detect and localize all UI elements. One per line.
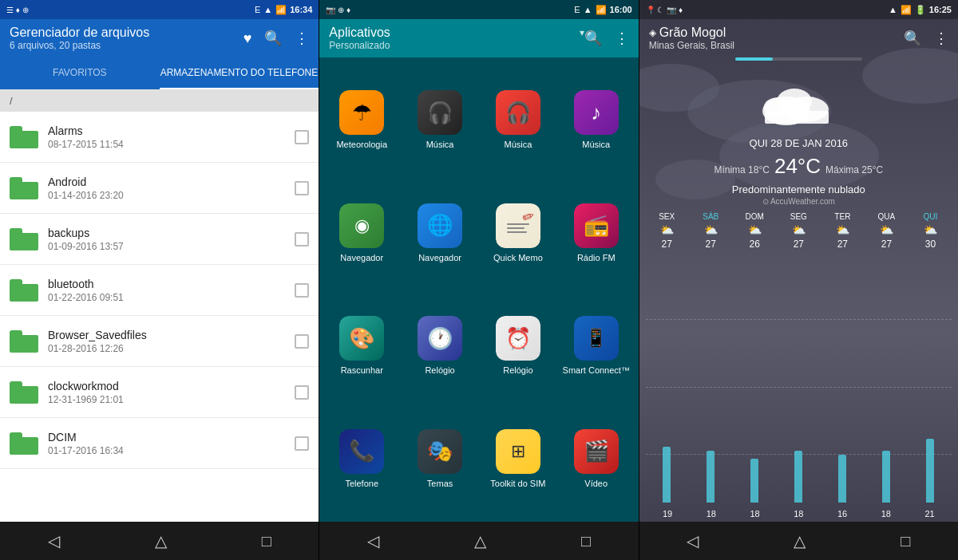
app-icon: 🎬: [574, 429, 619, 474]
app-item[interactable]: 🎬 Vídeo: [557, 403, 635, 516]
forecast-day: DOM ⛅ 26: [734, 212, 776, 250]
signal-indicator: [735, 57, 862, 61]
file-checkbox[interactable]: [295, 181, 309, 195]
recents-button-3[interactable]: □: [901, 532, 910, 550]
file-checkbox[interactable]: [295, 130, 309, 144]
file-date: 01-17-2016 16:34: [48, 445, 285, 456]
app-icon: ⏰: [496, 316, 540, 361]
app-item[interactable]: 🎭 Temas: [401, 403, 479, 516]
file-checkbox[interactable]: [295, 232, 309, 246]
back-button-1[interactable]: ◁: [48, 531, 60, 550]
home-button-1[interactable]: △: [155, 531, 167, 550]
app-item[interactable]: 📞 Telefone: [323, 403, 401, 516]
weather-source: ⊙ AccuWeather.com: [762, 197, 835, 206]
file-name: clockworkmod: [48, 380, 285, 392]
file-info: clockworkmod 12-31-1969 21:01: [48, 380, 285, 405]
home-button-3[interactable]: △: [794, 531, 806, 550]
chart-bar-group: [734, 253, 776, 503]
day-temp: 30: [925, 239, 936, 250]
app-item[interactable]: ◉ Navegador: [323, 177, 401, 290]
location-diamond-icon: ◈: [649, 27, 656, 38]
toolbar-icons: ♥ 🔍 ⋮: [243, 30, 310, 47]
chart-grid-line: [646, 319, 952, 320]
app-icon: ◉: [339, 203, 384, 248]
weather-temp-current: 24°C: [774, 154, 821, 179]
status-bar-2: 📷 ⊕ ♦ E ▲ 📶 16:00: [319, 0, 638, 19]
day-label: QUA: [878, 212, 896, 221]
app-item[interactable]: 📱 Smart Connect™: [557, 290, 635, 403]
app-item[interactable]: ♪ Música: [557, 64, 635, 177]
file-item[interactable]: Android 01-14-2016 23:20: [0, 163, 319, 214]
app-item[interactable]: ⊞ Toolkit do SIM: [479, 403, 557, 516]
notification-icons: ☰ ♦ ⊕: [6, 6, 29, 14]
search-icon[interactable]: 🔍: [264, 30, 282, 47]
more-options-icon-2[interactable]: ⋮: [615, 30, 629, 47]
bottom-nav-3: ◁ △ □: [639, 522, 958, 560]
file-item[interactable]: Browser_Savedfiles 01-28-2016 12:26: [0, 316, 319, 367]
chart-bar-group: [865, 253, 908, 503]
file-date: 01-09-2016 13:57: [48, 241, 285, 252]
recents-button-1[interactable]: □: [262, 532, 271, 550]
file-checkbox[interactable]: [295, 334, 309, 349]
app-label: Relógio: [503, 365, 532, 376]
weather-search-icon[interactable]: 🔍: [904, 30, 921, 47]
file-checkbox[interactable]: [295, 385, 309, 400]
file-info: Browser_Savedfiles 01-28-2016 12:26: [48, 329, 285, 354]
back-button-2[interactable]: ◁: [367, 531, 379, 550]
app-label: Toolkit do SIM: [490, 479, 545, 489]
signal-bars: ▲: [263, 5, 272, 14]
app-item[interactable]: ✏ Quick Memo: [479, 177, 557, 290]
app-item[interactable]: 🌐 Navegador: [401, 177, 479, 290]
day-label: DOM: [746, 212, 764, 221]
svg-rect-4: [765, 111, 829, 124]
app-label: Música: [582, 140, 610, 150]
weather-main: QUI 28 DE JAN 2016 Mínima 18°C 24°C Máxi…: [639, 61, 958, 209]
signal-e-2: E: [574, 5, 580, 14]
chart-bar: [750, 459, 758, 503]
weather-location: ◈ Grão Mogol Minas Gerais, Brasil: [649, 26, 904, 51]
back-button-3[interactable]: ◁: [687, 531, 699, 550]
chart-bottom-labels: 19181818161821: [646, 509, 952, 519]
app-item[interactable]: ☂ Meteorologia: [323, 64, 401, 177]
file-item[interactable]: backups 01-09-2016 13:57: [0, 214, 319, 265]
more-options-icon[interactable]: ⋮: [295, 30, 309, 47]
file-name: bluetooth: [48, 278, 285, 290]
app-item[interactable]: 📻 Rádio FM: [557, 177, 635, 290]
app-icon: ☂: [339, 90, 384, 135]
app-icon: ⊞: [496, 429, 540, 474]
file-checkbox[interactable]: [295, 436, 309, 451]
file-item[interactable]: clockworkmod 12-31-1969 21:01: [0, 367, 319, 418]
status-right-1: E ▲ 📶 16:34: [255, 5, 312, 15]
tab-storage[interactable]: ARMAZENAMENTO DO TELEFONE: [160, 57, 319, 89]
chart-bar-group: [690, 253, 732, 503]
app-item[interactable]: 🕐 Relógio: [401, 290, 479, 403]
app-item[interactable]: 🎧 Música: [401, 64, 479, 177]
favorites-icon[interactable]: ♥: [243, 30, 252, 47]
toolbar-icons-2: 🔍 ⋮: [584, 30, 629, 47]
home-button-2[interactable]: △: [474, 531, 486, 550]
signal-wifi-3: 📶: [901, 5, 912, 15]
notification-icons-2: 📷 ⊕ ♦: [326, 6, 350, 14]
file-item[interactable]: Alarms 08-17-2015 11:54: [0, 112, 319, 163]
forecast-day: TER ⛅ 27: [821, 212, 864, 250]
app-item[interactable]: ⏰ Relógio: [479, 290, 557, 403]
recents-button-2[interactable]: □: [581, 532, 591, 550]
app-label: Música: [504, 140, 532, 150]
chart-bar: [707, 451, 715, 503]
app-icon: 🌐: [418, 203, 462, 248]
file-item[interactable]: DCIM 01-17-2016 16:34: [0, 418, 319, 469]
forecast-days-row: SEX ⛅ 27 SÁB ⛅ 27 DOM ⛅ 26 SEG ⛅ 27 TER …: [646, 212, 952, 250]
file-checkbox[interactable]: [295, 283, 309, 298]
app-item[interactable]: 🎧 Música: [479, 64, 557, 177]
search-icon-2[interactable]: 🔍: [584, 30, 602, 47]
app-label: Rádio FM: [577, 253, 616, 263]
app-item[interactable]: 🎨 Rascunhar: [323, 290, 401, 403]
day-temp: 27: [794, 239, 804, 250]
chart-bar-group: [821, 253, 864, 503]
weather-more-icon[interactable]: ⋮: [934, 30, 948, 47]
app-label: Rascunhar: [341, 365, 383, 376]
status-left-1: ☰ ♦ ⊕: [6, 6, 29, 14]
chart-bottom-temp: 16: [821, 509, 865, 519]
file-item[interactable]: bluetooth 01-22-2016 09:51: [0, 265, 319, 316]
tab-favorites[interactable]: FAVORITOS: [0, 57, 160, 89]
